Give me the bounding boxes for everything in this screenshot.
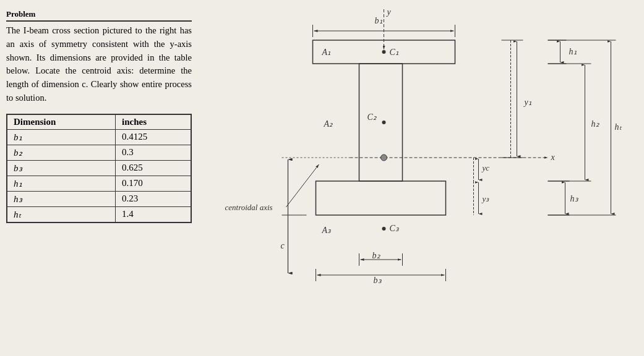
- C1-label: C₁: [390, 48, 399, 57]
- table-row: h₁ 0.170: [7, 176, 191, 191]
- col1-header: Dimension: [7, 114, 116, 129]
- ht-label: hₜ: [615, 122, 622, 132]
- svg-point-18: [382, 50, 386, 54]
- left-panel: Problem The I-beam cross section picture…: [6, 6, 192, 350]
- dim-cell: b₂: [7, 145, 116, 160]
- yc-label: yc: [481, 163, 490, 172]
- centroidal-axis-label: centroidal axis: [225, 203, 273, 212]
- dimensions-table: Dimension inches b₁ 0.4125b₂ 0.3b₃ 0.625…: [7, 114, 191, 222]
- y-axis-label: y: [386, 7, 392, 17]
- table-row: b₂ 0.3: [7, 145, 191, 160]
- diagram-svg: y x centroidal axis c: [198, 6, 638, 352]
- dim-cell: hₜ: [7, 206, 116, 222]
- value-cell: 0.23: [116, 191, 191, 206]
- right-panel: y x centroidal axis c: [198, 6, 638, 350]
- col2-header: inches: [116, 114, 191, 129]
- dim-cell: b₁: [7, 129, 116, 145]
- value-cell: 0.3: [116, 145, 191, 160]
- dim-cell: h₁: [7, 176, 116, 191]
- x-axis-label: x: [551, 153, 556, 162]
- svg-rect-6: [208, 6, 629, 352]
- svg-point-20: [382, 227, 386, 231]
- svg-point-19: [382, 121, 386, 124]
- table-row: hₜ 1.4: [7, 206, 191, 222]
- A2-label: A₂: [324, 119, 333, 129]
- table-row: b₃ 0.625: [7, 160, 191, 176]
- table-row: b₁ 0.4125: [7, 129, 191, 145]
- h1-label: h₁: [569, 47, 577, 56]
- svg-point-12: [381, 155, 387, 161]
- value-cell: 0.625: [116, 160, 191, 176]
- C3-label: C₃: [390, 224, 400, 233]
- b3-label: b₃: [374, 276, 382, 285]
- table-container: Dimension inches b₁ 0.4125b₂ 0.3b₃ 0.625…: [6, 114, 192, 223]
- problem-title: Problem: [6, 9, 192, 22]
- A1-label: A₁: [322, 48, 332, 57]
- c-label: c: [281, 241, 285, 250]
- description-text: The I-beam cross section pictured to the…: [6, 24, 192, 105]
- diagram: y x centroidal axis c: [198, 6, 638, 352]
- value-cell: 0.170: [116, 176, 191, 191]
- b2-bracket-label: b₂: [372, 251, 380, 260]
- h3-label: h₃: [570, 194, 579, 203]
- h2-label: h₂: [591, 119, 599, 129]
- y1-label: y₁: [523, 98, 532, 107]
- C2-label: C₂: [367, 112, 377, 122]
- table-row: h₃ 0.23: [7, 191, 191, 206]
- main-container: Problem The I-beam cross section picture…: [0, 0, 644, 356]
- dim-cell: b₃: [7, 160, 116, 176]
- b1-label: b₁: [375, 16, 383, 25]
- value-cell: 1.4: [116, 206, 191, 222]
- dim-cell: h₃: [7, 191, 116, 206]
- value-cell: 0.4125: [116, 129, 191, 145]
- A3-label: A₃: [322, 226, 332, 235]
- y3-label: y₃: [481, 194, 490, 203]
